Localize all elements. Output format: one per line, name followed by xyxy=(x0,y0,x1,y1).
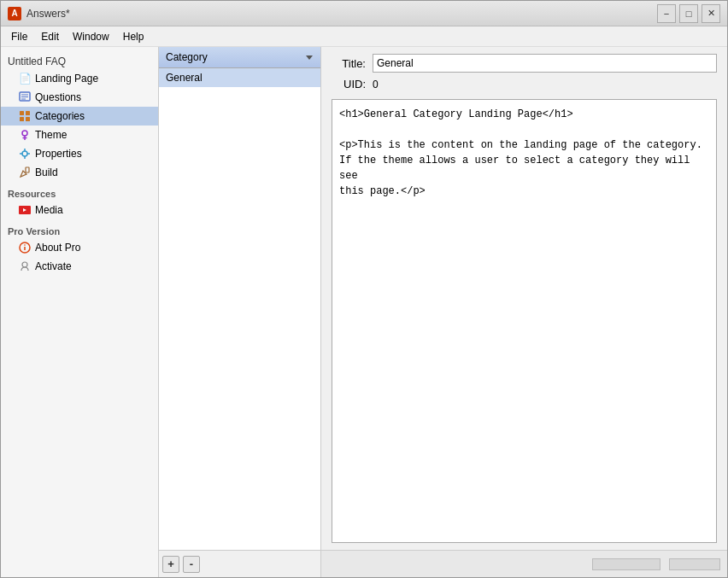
close-button[interactable]: ✕ xyxy=(702,4,720,23)
detail-panel-footer xyxy=(321,550,727,577)
content-editor[interactable]: <h1>General Category Landing Page</h1> <… xyxy=(332,99,717,543)
questions-icon xyxy=(18,90,32,104)
svg-rect-6 xyxy=(20,117,24,121)
svg-point-11 xyxy=(22,151,27,156)
sidebar-item-activate[interactable]: Activate xyxy=(1,257,158,276)
theme-icon xyxy=(18,128,32,142)
center-panel-footer: + - xyxy=(159,550,320,577)
svg-point-22 xyxy=(22,262,27,267)
sidebar-item-build[interactable]: Build xyxy=(1,163,158,182)
sidebar: Untitled FAQ 📄 Landing Page Questions xyxy=(1,47,159,577)
minimize-button[interactable]: − xyxy=(657,4,676,23)
svg-marker-23 xyxy=(306,55,313,60)
app-icon: A xyxy=(8,7,21,20)
uid-value: 0 xyxy=(373,79,379,90)
properties-icon xyxy=(18,147,32,161)
title-bar: A Answers* − □ ✕ xyxy=(1,1,727,26)
menu-window[interactable]: Window xyxy=(66,28,116,45)
title-row: Title: xyxy=(332,54,717,73)
uid-label: UID: xyxy=(332,78,366,90)
sidebar-item-theme[interactable]: Theme xyxy=(1,126,158,144)
window-controls: − □ ✕ xyxy=(657,4,720,23)
category-header-label: Category xyxy=(166,51,208,63)
menu-help[interactable]: Help xyxy=(116,28,151,45)
maximize-button[interactable]: □ xyxy=(679,4,698,23)
sidebar-item-questions[interactable]: Questions xyxy=(1,88,158,107)
svg-point-21 xyxy=(24,244,26,246)
scrollbar-thumb[interactable] xyxy=(669,558,720,570)
window-title: Answers* xyxy=(26,8,657,20)
resources-section-label: Resources xyxy=(1,182,158,201)
sort-icon xyxy=(305,53,314,61)
sidebar-item-about-pro[interactable]: About Pro xyxy=(1,238,158,257)
activate-icon xyxy=(18,260,32,273)
svg-rect-16 xyxy=(26,167,29,172)
menu-file[interactable]: File xyxy=(4,28,34,45)
remove-category-button[interactable]: - xyxy=(183,556,200,573)
scroll-indicator xyxy=(592,558,660,570)
category-item-general[interactable]: General xyxy=(159,68,320,87)
add-category-button[interactable]: + xyxy=(162,556,179,573)
sidebar-item-categories[interactable]: Categories xyxy=(1,107,158,126)
menu-edit[interactable]: Edit xyxy=(34,28,66,45)
svg-rect-4 xyxy=(20,111,24,115)
categories-icon xyxy=(18,109,32,123)
main-window: A Answers* − □ ✕ File Edit Window Help U… xyxy=(0,0,728,578)
detail-form: Title: UID: 0 xyxy=(321,47,727,99)
detail-panel: Title: UID: 0 <h1>General Category Landi… xyxy=(321,47,727,577)
svg-rect-7 xyxy=(26,117,30,121)
uid-row: UID: 0 xyxy=(332,78,717,90)
svg-rect-5 xyxy=(26,111,30,115)
menu-bar: File Edit Window Help xyxy=(1,26,727,47)
title-input[interactable] xyxy=(373,54,717,73)
category-header: Category xyxy=(159,47,320,68)
build-icon xyxy=(18,166,32,179)
media-icon xyxy=(18,203,32,217)
title-label: Title: xyxy=(332,57,366,70)
sidebar-item-media[interactable]: Media xyxy=(1,201,158,219)
category-panel: Category General + - xyxy=(159,47,321,577)
page-icon: 📄 xyxy=(18,72,32,85)
main-content: Untitled FAQ 📄 Landing Page Questions xyxy=(1,47,727,577)
svg-point-8 xyxy=(22,131,27,136)
sidebar-item-properties[interactable]: Properties xyxy=(1,144,158,163)
category-list: General xyxy=(159,68,320,550)
about-icon xyxy=(18,241,32,254)
pro-section-label: Pro Version xyxy=(1,219,158,238)
faq-title: Untitled FAQ xyxy=(1,50,158,69)
sidebar-item-landing-page[interactable]: 📄 Landing Page xyxy=(1,69,158,88)
